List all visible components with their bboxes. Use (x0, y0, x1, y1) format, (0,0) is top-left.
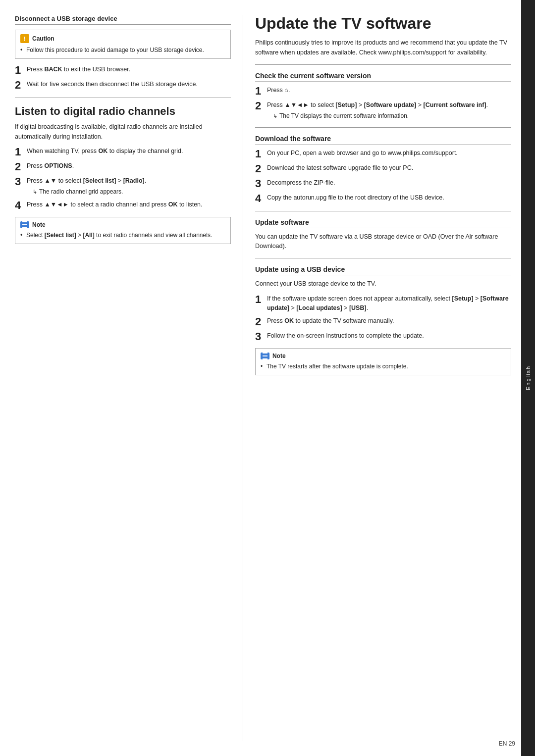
disconnect-step-1: 1 Press BACK to exit the USB browser. (15, 65, 231, 76)
step-number: 1 (255, 149, 263, 159)
note-line (22, 224, 27, 225)
step-text: Decompress the ZIP-file. (267, 178, 511, 188)
sub-note-text: The TV displays the current software inf… (279, 111, 409, 120)
update-software-title: Update software (255, 218, 511, 228)
step-text: If the software update screen does not a… (267, 294, 511, 313)
step-text: Download the latest software upgrade fil… (267, 163, 511, 173)
note-icon (20, 221, 29, 228)
step-number: 2 (255, 163, 263, 174)
caution-icon: ! (20, 34, 29, 43)
step-text: Press ▲▼◄► to select a radio channel and… (27, 200, 231, 209)
digital-radio-step-2: 2 Press OPTIONS. (15, 161, 231, 172)
step-text: Copy the autorun.upg file to the root di… (267, 193, 511, 202)
check-version-title: Check the current software version (255, 72, 511, 82)
check-step-1: 1 Press ⌂. (255, 86, 511, 97)
left-column: Disconnect a USB storage device ! Cautio… (15, 15, 243, 741)
step-number: 3 (255, 178, 263, 189)
step-number: 3 (255, 331, 263, 342)
update-usb-intro: Connect your USB storage device to the T… (255, 279, 511, 289)
digital-radio-intro: If digital broadcasting is available, di… (15, 122, 231, 142)
step-number: 1 (255, 86, 263, 97)
check-version-section: Check the current software version 1 Pre… (255, 72, 511, 120)
step-number: 1 (15, 147, 23, 157)
note-item: The TV restarts after the software updat… (261, 362, 506, 371)
step-text: Press ▲▼◄► to select [Setup] > [Software… (267, 101, 511, 120)
sub-note: ↳ The radio channel grid appears. (33, 187, 231, 196)
note-header: Note (20, 221, 225, 228)
arrow-icon: ↳ (33, 188, 37, 196)
page: Disconnect a USB storage device ! Cautio… (0, 0, 535, 756)
footer: EN 29 (499, 740, 515, 747)
note-item: Select [Select list] > [All] to exit rad… (20, 231, 225, 240)
download-title: Download the software (255, 135, 511, 145)
update-software-section: Update software You can update the TV so… (255, 218, 511, 252)
divider (255, 258, 511, 258)
usb-step-1: 1 If the software update screen does not… (255, 294, 511, 313)
disconnect-step-2: 2 Wait for five seconds then disconnect … (15, 80, 231, 91)
divider (255, 64, 511, 65)
digital-radio-step-3: 3 Press ▲▼ to select [Select list] > [Ra… (15, 176, 231, 196)
download-step-2: 2 Download the latest software upgrade f… (255, 163, 511, 174)
main-title: Update the TV software (255, 15, 511, 32)
download-section: Download the software 1 On your PC, open… (255, 135, 511, 204)
step-text: On your PC, open a web browser and go to… (267, 149, 511, 158)
note-icon (261, 353, 269, 359)
note-lines (263, 352, 268, 360)
step-number: 2 (255, 101, 263, 111)
note-header: Note (261, 353, 506, 359)
digital-radio-section: Listen to digital radio channels If digi… (15, 105, 231, 244)
step-number: 3 (15, 176, 23, 187)
caution-label: Caution (32, 35, 54, 42)
step-text: Wait for five seconds then disconnect th… (27, 80, 231, 89)
note-line (22, 221, 27, 222)
note-line (263, 358, 268, 359)
note-box: Note Select [Select list] > [All] to exi… (15, 217, 231, 244)
main-content: Disconnect a USB storage device ! Cautio… (0, 0, 521, 756)
digital-radio-step-4: 4 Press ▲▼◄► to select a radio channel a… (15, 200, 231, 211)
update-software-intro: You can update the TV software via a USB… (255, 232, 511, 252)
divider (255, 127, 511, 128)
update-usb-title: Update using a USB device (255, 265, 511, 275)
step-text: Press OK to update the TV software manua… (267, 316, 511, 326)
step-text: Press ⌂. (267, 86, 511, 95)
caution-header: ! Caution (20, 34, 225, 43)
update-usb-section: Update using a USB device Connect your U… (255, 265, 511, 375)
note-line (22, 227, 27, 228)
step-number: 1 (255, 294, 263, 305)
note-list: Select [Select list] > [All] to exit rad… (20, 231, 225, 240)
usb-step-2: 2 Press OK to update the TV software man… (255, 316, 511, 327)
note-line (263, 353, 268, 353)
download-step-4: 4 Copy the autorun.upg file to the root … (255, 193, 511, 204)
check-step-2: 2 Press ▲▼◄► to select [Setup] > [Softwa… (255, 101, 511, 120)
step-text: When watching TV, press OK to display th… (27, 147, 231, 156)
disconnect-title: Disconnect a USB storage device (15, 15, 231, 25)
step-text: Follow the on-screen instructions to com… (267, 331, 511, 341)
sub-note: ↳ The TV displays the current software i… (273, 111, 511, 120)
right-column: Update the TV software Philips continuou… (243, 15, 511, 741)
step-number: 4 (15, 200, 23, 211)
caution-item: Follow this procedure to avoid damage to… (20, 46, 225, 54)
note-label: Note (32, 221, 46, 228)
arrow-icon: ↳ (273, 112, 277, 120)
step-text: Press ▲▼ to select [Select list] > [Radi… (27, 176, 231, 196)
caution-list: Follow this procedure to avoid damage to… (20, 46, 225, 54)
digital-radio-step-1: 1 When watching TV, press OK to display … (15, 147, 231, 157)
note-list: The TV restarts after the software updat… (261, 362, 506, 371)
download-step-3: 3 Decompress the ZIP-file. (255, 178, 511, 189)
caution-box: ! Caution Follow this procedure to avoid… (15, 30, 231, 59)
footer-text: EN 29 (499, 740, 515, 747)
side-tab: English (521, 0, 535, 756)
note-box-usb: Note The TV restarts after the software … (255, 348, 511, 375)
divider (255, 211, 511, 211)
note-label: Note (272, 353, 286, 359)
step-text: Press BACK to exit the USB browser. (27, 65, 231, 74)
step-number: 4 (255, 193, 263, 204)
sub-note-text: The radio channel grid appears. (39, 187, 123, 196)
language-label: English (525, 365, 531, 390)
note-lines (22, 221, 27, 229)
note-line (263, 355, 268, 356)
step-number: 2 (15, 80, 23, 91)
step-number: 1 (15, 65, 23, 76)
download-step-1: 1 On your PC, open a web browser and go … (255, 149, 511, 159)
step-text: Press OPTIONS. (27, 161, 231, 171)
